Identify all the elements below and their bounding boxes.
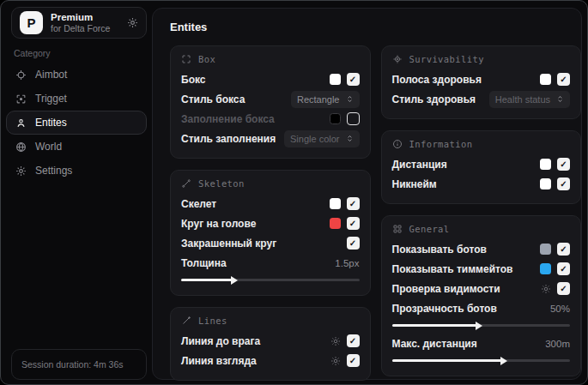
slider-thumb[interactable]: [231, 276, 238, 285]
color-swatch[interactable]: [540, 159, 551, 170]
category-label: Category: [14, 48, 51, 58]
setting-row: Круг на голове: [181, 214, 360, 233]
setting-row: Скелет: [181, 194, 360, 214]
slider-value: 300m: [545, 339, 570, 349]
checkbox[interactable]: [347, 197, 360, 210]
color-swatch[interactable]: [540, 263, 551, 274]
chevron-updown-icon: [346, 135, 354, 142]
checkbox[interactable]: [347, 237, 360, 250]
page-title: Entites: [170, 21, 581, 33]
checkbox[interactable]: [347, 112, 360, 125]
health-style-dropdown[interactable]: Health status: [489, 91, 570, 108]
setting-row: Линия взгляда: [181, 351, 360, 370]
panel-survivability: Survivability Полоса здоровья Стиль здор…: [381, 45, 582, 119]
sidebar-item-label: Trigget: [35, 93, 67, 105]
checkbox[interactable]: [347, 354, 360, 367]
checkbox[interactable]: [557, 73, 570, 86]
setting-row: Макс. дистанция 300m: [392, 334, 571, 353]
app-logo: P: [20, 11, 43, 34]
panel-lines: Lines Линия до врага Линия взгляда: [170, 307, 371, 381]
setting-label: Проверка видимости: [392, 283, 500, 295]
panel-title: Survivability: [409, 54, 484, 64]
setting-label: Стиль бокса: [181, 93, 245, 105]
setting-row: Толщина 1.5px: [181, 253, 360, 273]
checkbox[interactable]: [557, 262, 570, 275]
box-style-dropdown[interactable]: Rectangle: [291, 91, 360, 108]
color-swatch[interactable]: [330, 198, 341, 209]
box-frame-icon: [181, 54, 191, 64]
sidebar-item-entites[interactable]: Entites: [6, 111, 147, 135]
color-swatch[interactable]: [540, 178, 551, 189]
globe-icon: [15, 141, 27, 153]
gear-icon: [15, 165, 27, 177]
panel-title: Information: [409, 139, 473, 149]
setting-label: Прозрачность ботов: [392, 303, 497, 315]
bone-icon: [181, 178, 191, 189]
sidebar-item-label: Settings: [35, 165, 72, 177]
setting-label: Линия до врага: [181, 335, 260, 347]
setting-row: Бокс: [181, 69, 360, 89]
checkbox[interactable]: [347, 217, 360, 230]
dropdown-value: Health status: [495, 94, 550, 105]
visibility-icon[interactable]: [541, 284, 551, 294]
setting-row: Закрашенный круг: [181, 233, 360, 253]
sidebar: P Premium for Delta Force Category Aimbo…: [1, 1, 150, 384]
gear-icon[interactable]: [330, 336, 341, 346]
sidebar-item-label: World: [35, 141, 62, 153]
setting-row: Стиль заполнения Single color: [181, 129, 360, 148]
checkbox[interactable]: [347, 73, 360, 86]
color-swatch[interactable]: [330, 74, 341, 85]
sidebar-nav: Aimbot Trigget Entites World: [6, 63, 147, 183]
setting-row: Проверка видимости: [392, 279, 571, 298]
panel-title: General: [409, 224, 450, 234]
color-swatch[interactable]: [330, 113, 341, 124]
thickness-slider[interactable]: [181, 275, 360, 284]
setting-row: Стиль здоровья Health status: [392, 89, 571, 109]
slider-thumb[interactable]: [500, 357, 507, 365]
setting-row: Показывать ботов: [392, 239, 571, 259]
setting-row: Показывать тиммейтов: [392, 259, 571, 279]
sidebar-item-aimbot[interactable]: Aimbot: [6, 63, 147, 87]
setting-label: Бокс: [181, 74, 205, 86]
checkbox[interactable]: [347, 334, 360, 347]
dropdown-value: Single color: [290, 134, 339, 144]
panel-general: General Показывать ботов Показывать тимм…: [381, 215, 582, 376]
setting-label: Показывать ботов: [392, 244, 487, 256]
panel-title: Box: [198, 54, 215, 64]
color-swatch[interactable]: [330, 218, 341, 229]
panel-box: Box Бокс Стиль бокса Rectangle: [170, 45, 371, 159]
chevron-updown-icon: [346, 95, 354, 103]
right-column: Survivability Полоса здоровья Стиль здор…: [381, 45, 582, 376]
panel-skeleton: Skeleton Скелет Круг на голове: [170, 170, 371, 296]
setting-row: Заполнение бокса: [181, 109, 360, 129]
target-icon: [15, 93, 27, 105]
app-title: Premium: [51, 12, 119, 23]
sidebar-item-world[interactable]: World: [6, 135, 147, 159]
left-column: Box Бокс Стиль бокса Rectangle: [170, 45, 371, 381]
line-icon: [181, 316, 191, 326]
slider-thumb[interactable]: [476, 322, 482, 330]
setting-row: Линия до врага: [181, 331, 360, 351]
gear-icon[interactable]: [127, 17, 138, 28]
gear-icon[interactable]: [330, 356, 341, 366]
checkbox[interactable]: [557, 282, 570, 295]
sidebar-item-settings[interactable]: Settings: [6, 159, 147, 183]
setting-label: Никнейм: [392, 178, 437, 190]
chevron-updown-icon: [556, 95, 564, 103]
checkbox[interactable]: [557, 158, 570, 171]
setting-row: Прозрачность ботов 50%: [392, 298, 571, 318]
slider-value: 50%: [550, 304, 570, 314]
color-swatch[interactable]: [540, 244, 551, 255]
grid-icon: [392, 224, 403, 234]
sidebar-item-trigget[interactable]: Trigget: [6, 87, 147, 111]
checkbox[interactable]: [557, 177, 570, 190]
color-swatch[interactable]: [540, 74, 551, 85]
premium-card: P Premium for Delta Force: [11, 7, 147, 39]
fill-style-dropdown[interactable]: Single color: [284, 130, 359, 147]
app-subtitle: for Delta Force: [51, 23, 119, 33]
checkbox[interactable]: [557, 243, 570, 256]
panel-title: Skeleton: [198, 178, 245, 189]
sidebar-item-label: Aimbot: [35, 69, 67, 81]
max-distance-slider[interactable]: [392, 356, 571, 364]
bot-opacity-slider[interactable]: [392, 321, 571, 329]
